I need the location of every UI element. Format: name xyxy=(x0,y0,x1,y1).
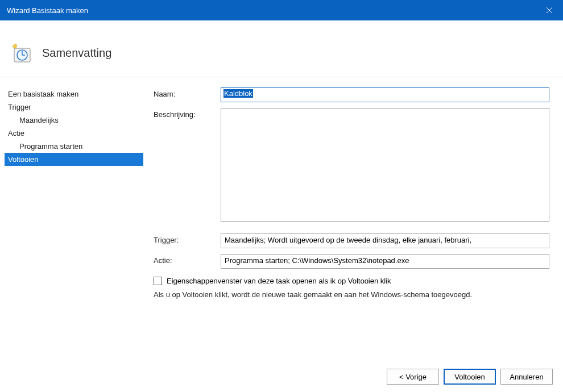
close-icon xyxy=(546,7,553,14)
window-title: Wizard Basistaak maken xyxy=(7,6,88,15)
description-label: Beschrijving: xyxy=(154,108,221,119)
step-monthly[interactable]: Maandelijks xyxy=(5,114,143,127)
step-trigger[interactable]: Trigger xyxy=(5,101,143,114)
summary-panel: Naam: Kaldblok Beschrijving: Trigger: Ma… xyxy=(148,77,563,361)
step-create-basic-task[interactable]: Een basistaak maken xyxy=(5,87,143,101)
wizard-header: Samenvatting xyxy=(0,20,563,77)
close-button[interactable] xyxy=(536,0,563,20)
step-start-program[interactable]: Programma starten xyxy=(5,140,143,153)
wizard-body: Een basistaak maken Trigger Maandelijks … xyxy=(0,77,563,361)
name-input[interactable]: Kaldblok xyxy=(221,87,549,102)
trigger-label: Trigger: xyxy=(154,233,221,244)
action-label: Actie: xyxy=(154,254,221,265)
finish-button[interactable]: Voltooien xyxy=(444,369,496,385)
wizard-steps-sidebar: Een basistaak maken Trigger Maandelijks … xyxy=(0,77,148,361)
titlebar: Wizard Basistaak maken xyxy=(0,0,563,20)
wizard-footer: < Vorige Voltooien Annuleren xyxy=(0,361,563,392)
name-label: Naam: xyxy=(154,87,221,98)
finish-hint: Als u op Voltooien klikt, wordt de nieuw… xyxy=(154,290,549,300)
back-button[interactable]: < Vorige xyxy=(387,369,439,385)
description-input[interactable] xyxy=(221,108,549,222)
scheduler-icon xyxy=(11,43,32,64)
cancel-button[interactable]: Annuleren xyxy=(500,369,553,385)
page-title: Samenvatting xyxy=(42,47,111,60)
step-finish[interactable]: Voltooien xyxy=(5,153,143,166)
open-properties-row: Eigenschappenvenster van deze taak opene… xyxy=(154,277,549,285)
action-summary: Programma starten; C:\Windows\System32\n… xyxy=(221,254,549,269)
open-properties-checkbox[interactable] xyxy=(154,277,162,285)
step-action[interactable]: Actie xyxy=(5,127,143,140)
trigger-summary: Maandelijks; Wordt uitgevoerd op de twee… xyxy=(221,233,549,248)
open-properties-label[interactable]: Eigenschappenvenster van deze taak opene… xyxy=(167,277,391,285)
svg-marker-6 xyxy=(13,44,17,48)
